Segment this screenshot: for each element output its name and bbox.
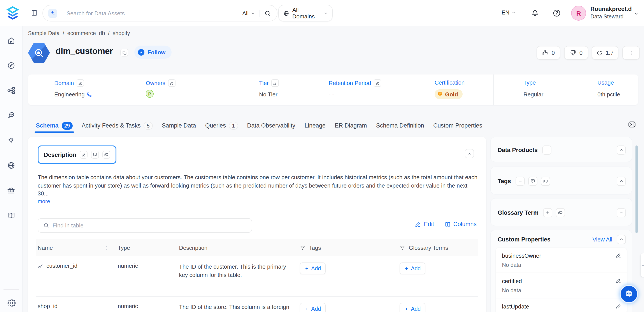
collapse-custom-properties-button[interactable] [617, 235, 626, 244]
nav-lineage[interactable] [7, 86, 15, 95]
plus-icon [404, 306, 409, 311]
user-avatar[interactable]: R [571, 6, 586, 21]
global-search: All [42, 5, 278, 22]
view-all-link[interactable]: View All [592, 236, 612, 243]
add-glossary-term-button[interactable] [543, 208, 552, 217]
edit-property-button[interactable] [616, 278, 622, 283]
edit-pencil-icon [415, 221, 421, 227]
copy-name-button[interactable] [120, 49, 128, 57]
nav-domains[interactable] [7, 161, 15, 170]
app-logo[interactable] [5, 6, 20, 21]
tags-suggestions-button[interactable] [541, 176, 550, 186]
ai-assistant-button[interactable] [620, 285, 638, 303]
language-selector[interactable]: EN [502, 9, 516, 16]
breadcrumb-service[interactable]: Sample Data [28, 30, 60, 36]
edit-description-button[interactable] [80, 151, 88, 159]
follow-button[interactable]: ★ Follow [134, 46, 172, 59]
edit-property-button[interactable] [616, 303, 622, 309]
search-scope-dropdown[interactable]: All [242, 10, 255, 17]
chevron-up-icon [467, 151, 472, 156]
collapse-glossary-button[interactable] [617, 208, 626, 217]
upvote-button[interactable]: 0 [536, 46, 560, 60]
collapsed-side-widget[interactable] [641, 253, 644, 277]
find-in-table-input[interactable] [52, 222, 246, 229]
breadcrumb-database[interactable]: ecommerce_db [68, 30, 105, 36]
retention-value: - - [329, 91, 334, 98]
nav-home[interactable] [7, 36, 15, 45]
description-more-link[interactable]: more [38, 199, 50, 205]
filter-icon[interactable] [300, 245, 306, 251]
more-actions-button[interactable] [622, 46, 640, 60]
add-tag-button[interactable]: Add [300, 303, 326, 312]
domain-label: Domain [54, 80, 74, 86]
comment-question-icon [530, 179, 535, 183]
plus-icon [545, 210, 550, 215]
nav-glossary[interactable] [7, 211, 15, 220]
stacked-comments-icon [104, 152, 109, 157]
edit-property-button[interactable] [616, 252, 622, 258]
scrollbar-thumb[interactable] [636, 145, 638, 233]
owner-avatar[interactable]: P [146, 90, 154, 98]
edit-table-button[interactable]: Edit [415, 221, 434, 227]
app-root: All All Domains EN R [0, 0, 644, 312]
user-menu[interactable]: Rounakpreet.d Data Steward [590, 5, 632, 20]
description-suggestions-button[interactable] [103, 151, 110, 159]
domain-value[interactable]: Engineering [54, 91, 85, 98]
chevron-up-icon [619, 237, 624, 241]
tab-custom-properties[interactable]: Custom Properties [433, 118, 482, 133]
notifications-button[interactable] [530, 8, 540, 18]
tab-lineage[interactable]: Lineage [304, 118, 326, 133]
tab-queries[interactable]: Queries1 [205, 118, 238, 133]
tab-label: ER Diagram [335, 122, 367, 129]
tab-schema[interactable]: Schema29 [36, 118, 72, 133]
add-glossary-term-button[interactable]: Add [400, 262, 426, 274]
manage-columns-button[interactable]: Columns [444, 221, 476, 227]
search-eye-icon [7, 111, 15, 120]
nav-govern[interactable] [7, 186, 15, 195]
edit-tier-button[interactable] [271, 79, 279, 87]
tab-er-diagram[interactable]: ER Diagram [335, 118, 367, 133]
nav-explore[interactable] [7, 61, 15, 70]
tab-activity-feeds[interactable]: Activity Feeds & Tasks5 [82, 118, 152, 133]
filter-icon[interactable] [400, 245, 405, 251]
column-name[interactable]: customer_id [46, 262, 78, 269]
nav-settings[interactable] [8, 299, 16, 307]
add-data-product-button[interactable] [542, 145, 551, 154]
add-tag-button[interactable] [515, 176, 524, 186]
divider [4, 289, 19, 290]
property-row: businessOwner No data [496, 248, 627, 273]
column-name[interactable]: shop_id [38, 303, 58, 309]
search-input[interactable] [66, 10, 242, 17]
meta-owners: Owners P [118, 75, 223, 105]
request-description-button[interactable] [91, 151, 99, 159]
right-panel-toggle-button[interactable] [628, 120, 636, 129]
tab-sample-data[interactable]: Sample Data [162, 118, 196, 133]
request-tags-button[interactable] [528, 176, 537, 186]
add-tag-button[interactable]: Add [300, 262, 326, 274]
domains-filter-dropdown[interactable]: All Domains [278, 5, 332, 22]
breadcrumb-schema[interactable]: shopify [113, 30, 130, 36]
sidebar-toggle-button[interactable] [31, 9, 38, 17]
domains-filter-label: All Domains [292, 7, 320, 20]
sort-icon[interactable] [104, 245, 109, 251]
tab-schema-definition[interactable]: Schema Definition [376, 118, 424, 133]
globe-icon [7, 161, 15, 170]
collapse-description-button[interactable] [465, 149, 474, 158]
glossary-suggestions-button[interactable] [556, 208, 565, 217]
nav-insights[interactable] [7, 136, 15, 145]
ai-sparkle-icon[interactable] [48, 9, 57, 18]
tab-data-observability[interactable]: Data Observability [247, 118, 296, 133]
edit-owners-button[interactable] [168, 79, 176, 87]
edit-retention-button[interactable] [374, 79, 381, 87]
nav-observability[interactable] [7, 111, 15, 120]
collapse-tags-button[interactable] [617, 176, 626, 186]
collapse-data-products-button[interactable] [617, 145, 626, 154]
add-glossary-term-button[interactable]: Add [400, 303, 426, 312]
chevron-down-icon[interactable] [634, 11, 639, 16]
edit-domain-button[interactable] [76, 79, 84, 87]
version-button[interactable]: 1.7 [592, 46, 618, 60]
downvote-button[interactable]: 0 [564, 46, 588, 60]
globe-icon [283, 10, 289, 17]
search-submit-button[interactable] [264, 10, 271, 17]
help-button[interactable] [552, 9, 561, 18]
